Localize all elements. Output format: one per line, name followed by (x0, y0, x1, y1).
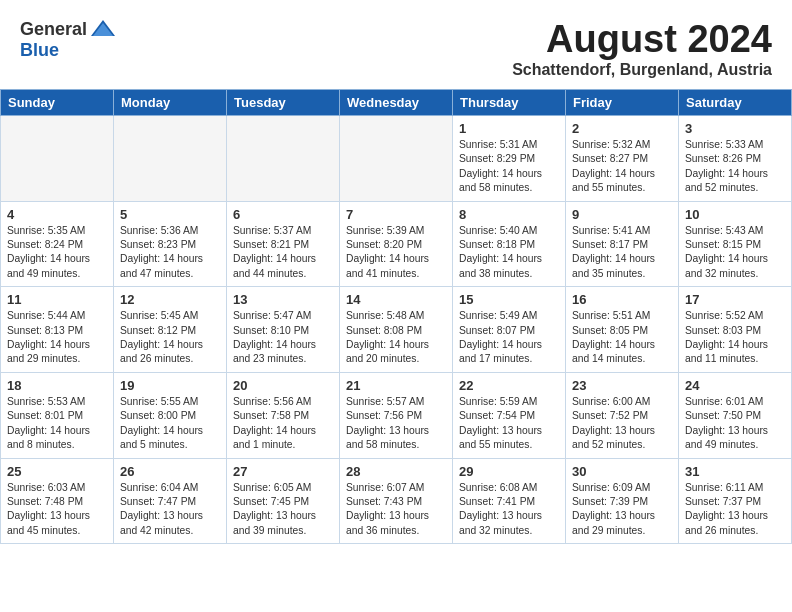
day-number: 16 (572, 292, 672, 307)
day-content: Sunrise: 6:00 AM Sunset: 7:52 PM Dayligh… (572, 395, 672, 453)
table-row: 20Sunrise: 5:56 AM Sunset: 7:58 PM Dayli… (227, 372, 340, 458)
day-content: Sunrise: 5:43 AM Sunset: 8:15 PM Dayligh… (685, 224, 785, 282)
day-content: Sunrise: 5:47 AM Sunset: 8:10 PM Dayligh… (233, 309, 333, 367)
header: General Blue August 2024 Schattendorf, B… (0, 0, 792, 89)
day-content: Sunrise: 5:32 AM Sunset: 8:27 PM Dayligh… (572, 138, 672, 196)
col-thursday: Thursday (453, 90, 566, 116)
day-content: Sunrise: 5:57 AM Sunset: 7:56 PM Dayligh… (346, 395, 446, 453)
table-row (340, 116, 453, 202)
table-row: 23Sunrise: 6:00 AM Sunset: 7:52 PM Dayli… (566, 372, 679, 458)
day-number: 24 (685, 378, 785, 393)
table-row: 5Sunrise: 5:36 AM Sunset: 8:23 PM Daylig… (114, 201, 227, 287)
col-friday: Friday (566, 90, 679, 116)
day-content: Sunrise: 5:37 AM Sunset: 8:21 PM Dayligh… (233, 224, 333, 282)
day-content: Sunrise: 5:31 AM Sunset: 8:29 PM Dayligh… (459, 138, 559, 196)
table-row (1, 116, 114, 202)
day-number: 17 (685, 292, 785, 307)
location-subtitle: Schattendorf, Burgenland, Austria (512, 61, 772, 79)
day-number: 2 (572, 121, 672, 136)
day-number: 13 (233, 292, 333, 307)
day-number: 1 (459, 121, 559, 136)
calendar-table: Sunday Monday Tuesday Wednesday Thursday… (0, 89, 792, 544)
day-content: Sunrise: 6:09 AM Sunset: 7:39 PM Dayligh… (572, 481, 672, 539)
day-number: 19 (120, 378, 220, 393)
day-number: 9 (572, 207, 672, 222)
title-block: August 2024 Schattendorf, Burgenland, Au… (512, 18, 772, 79)
table-row: 30Sunrise: 6:09 AM Sunset: 7:39 PM Dayli… (566, 458, 679, 544)
col-saturday: Saturday (679, 90, 792, 116)
day-number: 3 (685, 121, 785, 136)
calendar-week-row: 4Sunrise: 5:35 AM Sunset: 8:24 PM Daylig… (1, 201, 792, 287)
day-number: 20 (233, 378, 333, 393)
table-row: 15Sunrise: 5:49 AM Sunset: 8:07 PM Dayli… (453, 287, 566, 373)
day-content: Sunrise: 5:45 AM Sunset: 8:12 PM Dayligh… (120, 309, 220, 367)
table-row: 10Sunrise: 5:43 AM Sunset: 8:15 PM Dayli… (679, 201, 792, 287)
day-content: Sunrise: 5:48 AM Sunset: 8:08 PM Dayligh… (346, 309, 446, 367)
table-row: 22Sunrise: 5:59 AM Sunset: 7:54 PM Dayli… (453, 372, 566, 458)
table-row: 24Sunrise: 6:01 AM Sunset: 7:50 PM Dayli… (679, 372, 792, 458)
day-number: 26 (120, 464, 220, 479)
day-content: Sunrise: 5:51 AM Sunset: 8:05 PM Dayligh… (572, 309, 672, 367)
day-content: Sunrise: 5:49 AM Sunset: 8:07 PM Dayligh… (459, 309, 559, 367)
day-content: Sunrise: 6:01 AM Sunset: 7:50 PM Dayligh… (685, 395, 785, 453)
day-content: Sunrise: 5:40 AM Sunset: 8:18 PM Dayligh… (459, 224, 559, 282)
table-row: 21Sunrise: 5:57 AM Sunset: 7:56 PM Dayli… (340, 372, 453, 458)
day-number: 14 (346, 292, 446, 307)
table-row: 9Sunrise: 5:41 AM Sunset: 8:17 PM Daylig… (566, 201, 679, 287)
day-content: Sunrise: 5:41 AM Sunset: 8:17 PM Dayligh… (572, 224, 672, 282)
table-row: 3Sunrise: 5:33 AM Sunset: 8:26 PM Daylig… (679, 116, 792, 202)
day-number: 28 (346, 464, 446, 479)
day-content: Sunrise: 5:52 AM Sunset: 8:03 PM Dayligh… (685, 309, 785, 367)
day-content: Sunrise: 5:35 AM Sunset: 8:24 PM Dayligh… (7, 224, 107, 282)
day-content: Sunrise: 5:33 AM Sunset: 8:26 PM Dayligh… (685, 138, 785, 196)
table-row: 2Sunrise: 5:32 AM Sunset: 8:27 PM Daylig… (566, 116, 679, 202)
table-row: 6Sunrise: 5:37 AM Sunset: 8:21 PM Daylig… (227, 201, 340, 287)
day-number: 11 (7, 292, 107, 307)
table-row: 26Sunrise: 6:04 AM Sunset: 7:47 PM Dayli… (114, 458, 227, 544)
day-number: 21 (346, 378, 446, 393)
day-content: Sunrise: 5:44 AM Sunset: 8:13 PM Dayligh… (7, 309, 107, 367)
day-number: 12 (120, 292, 220, 307)
col-wednesday: Wednesday (340, 90, 453, 116)
logo-blue-text: Blue (20, 40, 59, 61)
table-row: 27Sunrise: 6:05 AM Sunset: 7:45 PM Dayli… (227, 458, 340, 544)
day-number: 5 (120, 207, 220, 222)
table-row: 14Sunrise: 5:48 AM Sunset: 8:08 PM Dayli… (340, 287, 453, 373)
day-content: Sunrise: 6:05 AM Sunset: 7:45 PM Dayligh… (233, 481, 333, 539)
day-content: Sunrise: 6:11 AM Sunset: 7:37 PM Dayligh… (685, 481, 785, 539)
day-number: 22 (459, 378, 559, 393)
calendar-week-row: 1Sunrise: 5:31 AM Sunset: 8:29 PM Daylig… (1, 116, 792, 202)
day-number: 15 (459, 292, 559, 307)
day-content: Sunrise: 5:53 AM Sunset: 8:01 PM Dayligh… (7, 395, 107, 453)
day-number: 7 (346, 207, 446, 222)
logo-general-text: General (20, 19, 87, 40)
day-content: Sunrise: 6:08 AM Sunset: 7:41 PM Dayligh… (459, 481, 559, 539)
calendar-header-row: Sunday Monday Tuesday Wednesday Thursday… (1, 90, 792, 116)
table-row: 17Sunrise: 5:52 AM Sunset: 8:03 PM Dayli… (679, 287, 792, 373)
table-row: 25Sunrise: 6:03 AM Sunset: 7:48 PM Dayli… (1, 458, 114, 544)
day-number: 29 (459, 464, 559, 479)
day-number: 31 (685, 464, 785, 479)
table-row: 1Sunrise: 5:31 AM Sunset: 8:29 PM Daylig… (453, 116, 566, 202)
day-number: 10 (685, 207, 785, 222)
day-number: 30 (572, 464, 672, 479)
table-row: 18Sunrise: 5:53 AM Sunset: 8:01 PM Dayli… (1, 372, 114, 458)
table-row: 13Sunrise: 5:47 AM Sunset: 8:10 PM Dayli… (227, 287, 340, 373)
day-number: 8 (459, 207, 559, 222)
day-number: 25 (7, 464, 107, 479)
day-content: Sunrise: 6:03 AM Sunset: 7:48 PM Dayligh… (7, 481, 107, 539)
table-row: 7Sunrise: 5:39 AM Sunset: 8:20 PM Daylig… (340, 201, 453, 287)
page-container: General Blue August 2024 Schattendorf, B… (0, 0, 792, 544)
logo-icon (89, 18, 117, 40)
table-row: 28Sunrise: 6:07 AM Sunset: 7:43 PM Dayli… (340, 458, 453, 544)
table-row: 12Sunrise: 5:45 AM Sunset: 8:12 PM Dayli… (114, 287, 227, 373)
col-monday: Monday (114, 90, 227, 116)
table-row (227, 116, 340, 202)
calendar-week-row: 11Sunrise: 5:44 AM Sunset: 8:13 PM Dayli… (1, 287, 792, 373)
day-content: Sunrise: 6:07 AM Sunset: 7:43 PM Dayligh… (346, 481, 446, 539)
day-number: 18 (7, 378, 107, 393)
day-number: 23 (572, 378, 672, 393)
table-row: 4Sunrise: 5:35 AM Sunset: 8:24 PM Daylig… (1, 201, 114, 287)
logo: General Blue (20, 18, 117, 61)
month-year-title: August 2024 (512, 18, 772, 61)
